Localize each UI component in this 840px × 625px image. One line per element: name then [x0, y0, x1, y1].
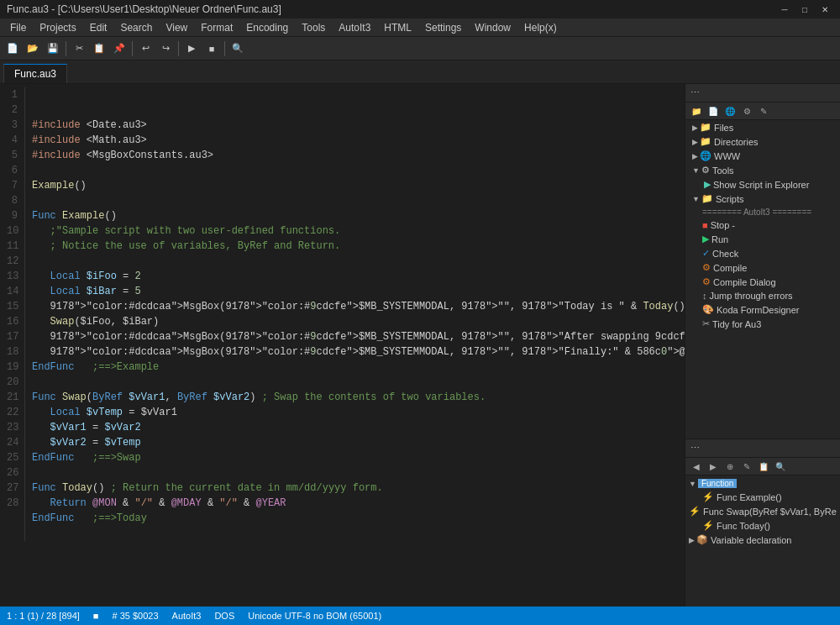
toolbar-new[interactable]: 📄 [3, 39, 22, 58]
toolbar-stop[interactable]: ■ [202, 39, 221, 58]
line-number-18: 18 [7, 344, 18, 360]
func-today[interactable]: ⚡ Func Today() [689, 518, 837, 533]
minimize-button[interactable]: ─ [776, 3, 793, 15]
tree-tidy[interactable]: ✂ Tidy for Au3 [685, 317, 840, 331]
code-line-20[interactable]: Local $vTemp = $vVar1 [32, 405, 685, 420]
code-line-7[interactable]: Func Example() [32, 208, 685, 223]
function-tree[interactable]: ▼ Function ⚡ Func Example() ⚡ Func Swap(… [685, 475, 840, 607]
code-line-13[interactable]: 9178">"color:#dcdcaa">MsgBox(9178">"colo… [32, 299, 685, 314]
code-line-1[interactable]: #include <Date.au3> [32, 118, 685, 133]
code-line-5[interactable]: Example() [32, 178, 685, 193]
code-line-6[interactable] [32, 193, 685, 208]
code-line-16[interactable]: 9178">"color:#dcdcaa">MsgBox(9178">"colo… [32, 344, 685, 360]
code-line-3[interactable]: #include <MsgBoxConstants.au3> [32, 148, 685, 163]
code-line-11[interactable]: Local $iFoo = 2 [32, 269, 685, 284]
code-line-27[interactable]: EndFunc ;==>Today [32, 511, 685, 526]
tree-stop[interactable]: ■ Stop - [685, 218, 840, 232]
tabbar: Func.au3 [0, 60, 840, 84]
menu-item-search[interactable]: Search [113, 20, 159, 35]
code-line-24[interactable] [32, 465, 685, 481]
code-line-10[interactable] [32, 254, 685, 269]
rb-btn-6[interactable]: 🔍 [773, 460, 788, 473]
right-panel-tree[interactable]: ▶ 📁 Files ▶ 📁 Directories ▶ 🌐 WWW ▼ ⚙ To [685, 120, 840, 439]
toolbar-save[interactable]: 💾 [44, 39, 62, 58]
menu-item-settings[interactable]: Settings [418, 20, 468, 35]
code-line-12[interactable]: Local $iBar = 5 [32, 284, 685, 299]
toolbar-open[interactable]: 📂 [24, 39, 42, 58]
rp-btn-2[interactable]: 📄 [706, 104, 721, 118]
menu-item-projects[interactable]: Projects [33, 20, 82, 35]
rb-btn-2[interactable]: ▶ [706, 460, 721, 473]
tree-jump-through[interactable]: ↕ Jump through errors [685, 289, 840, 302]
code-line-9[interactable]: ; Notice the use of variables, ByRef and… [32, 239, 685, 254]
code-line-21[interactable]: $vVar1 = $vVar2 [32, 420, 685, 435]
toolbar-undo[interactable]: ↩ [136, 39, 155, 58]
menu-item-file[interactable]: File [3, 20, 33, 35]
code-line-2[interactable]: #include <Math.au3> [32, 133, 685, 148]
code-line-28[interactable] [32, 526, 685, 541]
menu-item-format[interactable]: Format [194, 20, 239, 35]
code-line-14[interactable]: Swap($iFoo, $iBar) [32, 314, 685, 329]
func-example-label: Func Example() [717, 492, 782, 502]
func-example[interactable]: ⚡ Func Example() [689, 490, 837, 504]
variable-section[interactable]: ▶ 📦 Variable declaration [689, 533, 837, 547]
tree-www[interactable]: ▶ 🌐 WWW [685, 149, 840, 163]
rb-btn-1[interactable]: ◀ [689, 460, 704, 473]
code-line-22[interactable]: $vVar2 = $vTemp [32, 435, 685, 450]
code-content[interactable]: #include <Date.au3>#include <Math.au3>#i… [25, 87, 685, 541]
tree-compile[interactable]: ⚙ Compile [685, 260, 840, 275]
menu-item-html[interactable]: HTML [377, 20, 418, 35]
tree-show-script[interactable]: ▶ Show Script in Explorer [685, 177, 840, 192]
editor[interactable]: 1234567891011121314151617181920212223242… [0, 84, 685, 607]
tree-check[interactable]: ✓ Check [685, 246, 840, 260]
menu-item-autoit[interactable]: AutoIt3 [332, 20, 377, 35]
toolbar: 📄 📂 💾 ✂ 📋 📌 ↩ ↪ ▶ ■ 🔍 [0, 37, 840, 60]
rb-btn-4[interactable]: ✎ [739, 460, 754, 473]
rb-btn-3[interactable]: ⊕ [722, 460, 738, 473]
code-line-15[interactable]: 9178">"color:#dcdcaa">MsgBox(9178">"colo… [32, 329, 685, 344]
toolbar-paste[interactable]: 📌 [110, 39, 129, 58]
tree-koda[interactable]: 🎨 Koda FormDesigner [685, 302, 840, 317]
menu-item-view[interactable]: View [159, 20, 194, 35]
tree-directories[interactable]: ▶ 📁 Directories [685, 134, 840, 149]
code-line-17[interactable]: EndFunc ;==>Example [32, 360, 685, 375]
tab-func-au3[interactable]: Func.au3 [3, 64, 67, 83]
menu-item-tools[interactable]: Tools [295, 20, 332, 35]
menu-item-helpx[interactable]: Help(x) [517, 20, 564, 35]
toolbar-redo[interactable]: ↪ [156, 39, 175, 58]
tree-compile-label: Compile [713, 263, 747, 273]
menu-item-encoding[interactable]: Encoding [239, 20, 295, 35]
close-button[interactable]: ✕ [816, 3, 833, 15]
code-line-23[interactable]: EndFunc ;==>Swap [32, 450, 685, 465]
func-swap[interactable]: ⚡ Func Swap(ByRef $vVar1, ByRef $v... [689, 504, 837, 518]
rp-btn-4[interactable]: ⚙ [739, 104, 754, 118]
function-section[interactable]: ▼ Function [689, 477, 837, 490]
code-line-26[interactable]: Return @MON & "/" & @MDAY & "/" & @YEAR [32, 496, 685, 511]
menu-item-edit[interactable]: Edit [83, 20, 114, 35]
code-line-25[interactable]: Func Today() ; Return the current date i… [32, 481, 685, 496]
code-line-8[interactable]: ;"Sample script with two user-defined fu… [32, 223, 685, 239]
tree-compile-dialog[interactable]: ⚙ Compile Dialog [685, 275, 840, 289]
line-number-16: 16 [7, 314, 18, 329]
tree-run[interactable]: ▶ Run [685, 232, 840, 246]
toolbar-search[interactable]: 🔍 [228, 39, 247, 58]
rp-btn-5[interactable]: ✎ [756, 104, 771, 118]
code-line-19[interactable]: Func Swap(ByRef $vVar1, ByRef $vVar2) ; … [32, 390, 685, 405]
tree-tools[interactable]: ▼ ⚙ Tools [685, 163, 840, 177]
rb-btn-5[interactable]: 📋 [756, 460, 771, 473]
tree-scripts[interactable]: ▼ 📁 Scripts [685, 192, 840, 206]
line-number-27: 27 [7, 481, 18, 496]
code-line-4[interactable] [32, 163, 685, 178]
maximize-button[interactable]: □ [796, 3, 813, 15]
tree-files[interactable]: ▶ 📁 Files [685, 120, 840, 134]
rp-btn-3[interactable]: 🌐 [722, 104, 738, 118]
right-panel-menu[interactable]: ⋯ [690, 87, 700, 98]
code-line-18[interactable] [32, 375, 685, 390]
right-bottom-menu[interactable]: ⋯ [690, 443, 700, 454]
toolbar-run[interactable]: ▶ [182, 39, 201, 58]
rp-btn-1[interactable]: 📁 [689, 104, 704, 118]
editor-scroll[interactable]: 1234567891011121314151617181920212223242… [0, 84, 685, 607]
toolbar-copy[interactable]: 📋 [90, 39, 108, 58]
menu-item-window[interactable]: Window [468, 20, 517, 35]
toolbar-cut[interactable]: ✂ [70, 39, 88, 58]
